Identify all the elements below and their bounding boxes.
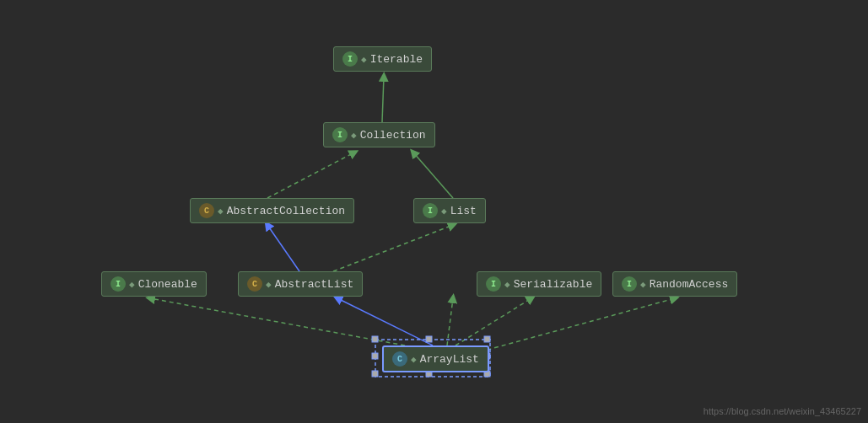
badge-randomaccess: I xyxy=(622,276,637,292)
diagram-container: I ◆ Iterable I ◆ Collection C ◆ Abstract… xyxy=(0,0,868,423)
svg-line-8 xyxy=(333,225,453,271)
svg-line-11 xyxy=(150,298,405,345)
icon-list: ◆ xyxy=(441,206,447,217)
svg-line-13 xyxy=(472,298,675,354)
badge-abstractlist: C xyxy=(247,276,262,292)
label-cloneable: Cloneable xyxy=(138,278,197,291)
icon-iterable: ◆ xyxy=(361,54,367,65)
node-abstractlist[interactable]: C ◆ AbstractList xyxy=(238,271,363,297)
badge-collection: I xyxy=(332,127,348,142)
svg-line-10 xyxy=(447,298,453,345)
node-randomaccess[interactable]: I ◆ RandomAccess xyxy=(612,271,737,297)
label-iterable: Iterable xyxy=(370,53,423,66)
label-list: List xyxy=(450,205,477,217)
icon-serializable: ◆ xyxy=(504,279,510,290)
node-collection[interactable]: I ◆ Collection xyxy=(323,122,435,147)
label-serializable: Serializable xyxy=(514,278,593,291)
badge-cloneable: I xyxy=(111,276,126,292)
icon-abstractcollection: ◆ xyxy=(218,206,224,217)
watermark: https://blog.csdn.net/weixin_43465227 xyxy=(704,406,861,416)
node-list[interactable]: I ◆ List xyxy=(413,198,486,223)
svg-rect-16 xyxy=(484,336,490,342)
node-abstractcollection[interactable]: C ◆ AbstractCollection xyxy=(190,198,354,223)
label-abstractlist: AbstractList xyxy=(275,278,354,291)
icon-collection: ◆ xyxy=(351,130,357,141)
icon-abstractlist: ◆ xyxy=(266,279,272,290)
icon-cloneable: ◆ xyxy=(129,279,135,290)
svg-rect-17 xyxy=(372,371,378,377)
svg-rect-15 xyxy=(372,336,378,342)
svg-line-4 xyxy=(382,77,384,122)
icon-arraylist: ◆ xyxy=(411,354,417,365)
svg-line-5 xyxy=(267,153,354,198)
label-abstractcollection: AbstractCollection xyxy=(227,205,345,217)
badge-iterable: I xyxy=(342,51,358,67)
label-collection: Collection xyxy=(360,129,426,142)
label-randomaccess: RandomAccess xyxy=(650,278,729,291)
node-cloneable[interactable]: I ◆ Cloneable xyxy=(101,271,207,297)
label-arraylist: ArrayList xyxy=(420,353,479,366)
svg-line-9 xyxy=(337,298,433,345)
node-iterable[interactable]: I ◆ Iterable xyxy=(333,46,432,72)
svg-line-7 xyxy=(267,225,299,271)
svg-rect-19 xyxy=(426,336,432,342)
node-arraylist[interactable]: C ◆ ArrayList xyxy=(382,345,489,372)
badge-list: I xyxy=(423,203,438,218)
node-serializable[interactable]: I ◆ Serializable xyxy=(477,271,601,297)
badge-arraylist: C xyxy=(392,351,407,367)
icon-randomaccess: ◆ xyxy=(640,279,646,290)
svg-rect-21 xyxy=(372,353,378,359)
badge-abstractcollection: C xyxy=(199,203,214,218)
svg-line-6 xyxy=(413,153,453,198)
badge-serializable: I xyxy=(486,276,501,292)
svg-line-12 xyxy=(456,298,531,345)
